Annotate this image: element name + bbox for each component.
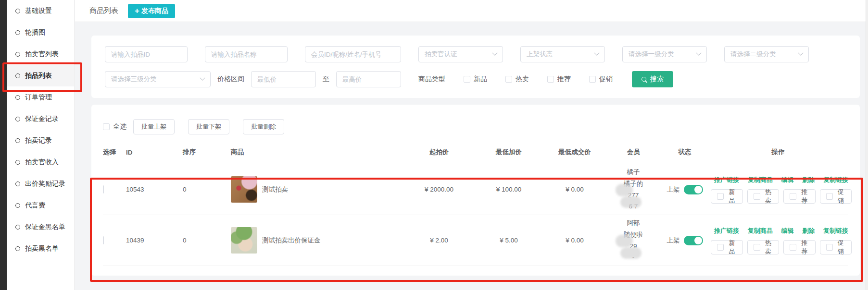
status-toggle[interactable] — [684, 236, 703, 245]
circle-icon — [15, 138, 20, 143]
copy-link-action[interactable]: 复制链接 — [823, 227, 848, 234]
col-start-price: 起拍价 — [405, 148, 476, 157]
scrollbar[interactable] — [866, 0, 868, 290]
lot-name-input[interactable] — [205, 46, 288, 62]
shelf-status-select[interactable]: 上架状态 — [520, 46, 605, 62]
tag-checkbox-hot[interactable]: 热卖 — [747, 189, 780, 204]
sidebar-item-carousel[interactable]: 轮播图 — [7, 22, 74, 43]
publish-button-label: 发布商品 — [141, 7, 168, 15]
checkbox-icon — [464, 76, 470, 83]
sidebar-item-auctioneer-list[interactable]: 拍卖官列表 — [7, 43, 74, 65]
tag-checkbox-recommend[interactable]: 推荐 — [783, 240, 816, 254]
type-checkbox-recommend[interactable]: 推荐 — [547, 75, 571, 84]
collapsed-nav-rail — [0, 0, 7, 290]
bulk-delete-button[interactable]: 批量删除 — [243, 119, 284, 134]
sidebar-item-deposit-records[interactable]: 保证金记录 — [7, 108, 74, 130]
select-placeholder: 请选择一级分类 — [629, 50, 674, 59]
toggle-knob — [694, 237, 702, 244]
checkbox-icon — [589, 76, 596, 83]
checkbox-icon — [826, 244, 833, 251]
sidebar-item-auction-records[interactable]: 拍卖记录 — [7, 130, 74, 151]
content: 拍卖官认证 上架状态 请选择一级分类 请选择二级分类 请选 — [75, 22, 868, 276]
publish-product-button[interactable]: + 发布商品 — [128, 4, 175, 18]
tag-checkbox-recommend[interactable]: 推荐 — [783, 189, 816, 204]
checkbox-icon — [826, 193, 833, 200]
type-checkbox-promo[interactable]: 促销 — [589, 75, 613, 84]
tag-label: 新品 — [727, 239, 737, 256]
tag-label: 新品 — [727, 188, 737, 205]
category1-select[interactable]: 请选择一级分类 — [622, 46, 707, 62]
status-label: 上架 — [667, 185, 680, 194]
circle-icon — [15, 95, 20, 100]
cell-sort: 0 — [183, 237, 231, 244]
type-checkbox-hot[interactable]: 热卖 — [505, 75, 529, 84]
sidebar-item-lot-list[interactable]: 拍品列表 — [7, 65, 74, 86]
tag-checkbox-promo[interactable]: 促销 — [820, 240, 852, 254]
row-checkbox[interactable] — [103, 236, 104, 244]
checkbox-icon — [790, 244, 796, 251]
sidebar-item-order-management[interactable]: 订单管理 — [7, 86, 74, 108]
status-toggle[interactable] — [684, 185, 703, 194]
search-button[interactable]: 搜索 — [632, 71, 673, 87]
tag-checkbox-new[interactable]: 新品 — [711, 240, 743, 254]
category3-select[interactable]: 请选择三级分类 — [105, 71, 211, 87]
type-checkbox-new[interactable]: 新品 — [464, 75, 487, 84]
price-range-label: 价格区间 — [217, 75, 244, 84]
member-search-input[interactable] — [305, 46, 401, 62]
promo-link-action[interactable]: 推广链接 — [714, 176, 739, 183]
cell-id: 10439 — [126, 237, 183, 244]
circle-icon — [15, 30, 20, 35]
auctioneer-cert-select[interactable]: 拍卖官认证 — [418, 46, 503, 62]
delete-action[interactable]: 删除 — [802, 227, 815, 234]
sidebar-item-label: 保证金记录 — [25, 115, 59, 123]
member-line: 阿部 — [608, 218, 659, 229]
cell-min-deal-price: ¥ 0.00 — [544, 186, 608, 193]
row-checkbox[interactable] — [103, 185, 104, 193]
circle-icon — [15, 73, 20, 78]
bulk-delist-button[interactable]: 批量下架 — [188, 119, 229, 134]
edit-action[interactable]: 编辑 — [781, 227, 794, 234]
copy-link-action[interactable]: 复制链接 — [823, 176, 848, 183]
circle-icon — [15, 160, 20, 165]
select-placeholder: 拍卖官认证 — [425, 50, 457, 59]
tag-checkbox-hot[interactable]: 热卖 — [747, 240, 780, 254]
lot-id-input[interactable] — [105, 46, 188, 62]
copy-product-action[interactable]: 复制商品 — [748, 176, 773, 183]
edit-action[interactable]: 编辑 — [781, 176, 794, 183]
chevron-down-icon — [798, 50, 803, 56]
tab-product-list[interactable]: 商品列表 — [89, 6, 118, 15]
member-line: 橘子 — [608, 167, 659, 178]
tag-label: 热卖 — [764, 188, 773, 205]
tag-checkbox-promo[interactable]: 促销 — [820, 189, 852, 204]
bulk-list-button[interactable]: 批量上架 — [133, 119, 175, 134]
cell-actions: 推广链接 复制商品 编辑 删除 复制链接 新品 热卖 — [711, 227, 855, 254]
col-actions: 操作 — [711, 148, 848, 157]
promo-link-action[interactable]: 推广链接 — [714, 227, 739, 234]
product-image — [231, 176, 257, 203]
circle-icon — [15, 246, 20, 251]
tag-label: 推荐 — [800, 239, 809, 256]
sidebar-item-auction-blacklist[interactable]: 拍卖黑名单 — [7, 238, 74, 259]
select-all-checkbox[interactable]: 全选 — [103, 122, 126, 131]
sidebar-item-basic-settings[interactable]: 基础设置 — [7, 0, 74, 22]
chevron-down-icon — [492, 50, 497, 56]
table-row: 10543 0 测试拍卖 ¥ 2000.00 ¥ 100.00 ¥ 0.00 橘… — [103, 164, 848, 215]
col-min-increment: 最低加价 — [476, 148, 544, 157]
sidebar-item-deposit-blacklist[interactable]: 保证金黑名单 — [7, 216, 74, 238]
sidebar-item-endorsement-fee[interactable]: 代言费 — [7, 194, 74, 216]
min-price-input[interactable] — [251, 71, 316, 87]
max-price-input[interactable] — [336, 71, 401, 87]
delete-action[interactable]: 删除 — [802, 176, 815, 183]
checkbox-icon — [790, 193, 796, 200]
tag-checkbox-new[interactable]: 新品 — [711, 189, 743, 204]
cell-sort: 0 — [183, 186, 231, 193]
chevron-down-icon — [594, 50, 599, 56]
product-image — [231, 227, 257, 254]
privacy-redaction-blob — [620, 247, 642, 259]
category2-select[interactable]: 请选择二级分类 — [724, 46, 809, 62]
copy-product-action[interactable]: 复制商品 — [748, 227, 773, 234]
bulk-actions-row: 全选 批量上架 批量下架 批量删除 — [103, 119, 848, 134]
sidebar-item-bid-reward-records[interactable]: 出价奖励记录 — [7, 173, 74, 194]
cell-min-increment: ¥ 100.00 — [476, 186, 544, 193]
sidebar-item-auctioneer-income[interactable]: 拍卖官收入 — [7, 151, 74, 173]
